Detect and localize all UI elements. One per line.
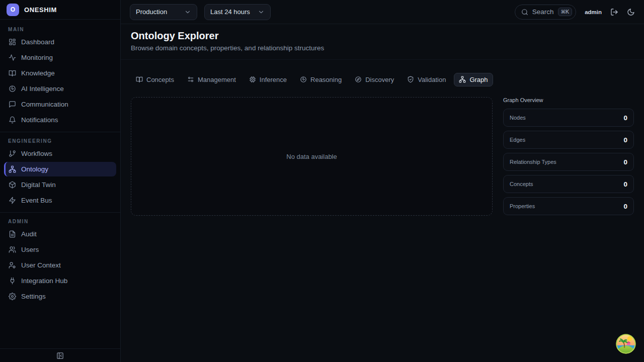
sidebar-item-monitoring[interactable]: Monitoring xyxy=(4,50,116,65)
stat-label: Nodes xyxy=(510,115,526,121)
sidebar-item-label: Notifications xyxy=(21,116,58,124)
tab-concepts[interactable]: Concepts xyxy=(131,73,179,86)
book-open-icon xyxy=(136,76,143,83)
stat-value: 0 xyxy=(623,180,627,188)
tab-graph[interactable]: Graph xyxy=(454,73,493,86)
sidebar-item-label: Knowledge xyxy=(21,69,55,77)
island-widget-button[interactable] xyxy=(615,333,636,354)
sidebar-item-event-bus[interactable]: Event Bus xyxy=(4,193,116,208)
sidebar-item-label: Digital Twin xyxy=(21,181,56,189)
tab-management[interactable]: Management xyxy=(182,73,241,86)
tab-label: Concepts xyxy=(146,76,174,83)
sidebar-item-label: Workflows xyxy=(21,150,52,157)
topbar: Production Last 24 hours Search ⌘K admin xyxy=(121,0,644,24)
sidebar-item-label: Integration Hub xyxy=(21,277,67,285)
page-title: Ontology Explorer xyxy=(131,30,634,42)
stat-value: 0 xyxy=(623,158,627,166)
sidebar-item-users[interactable]: Users xyxy=(4,242,116,257)
sidebar-item-label: Dashboard xyxy=(21,38,54,46)
stat-value: 0 xyxy=(623,203,627,210)
tab-validation[interactable]: Validation xyxy=(402,73,451,86)
bell-icon xyxy=(9,116,16,124)
network-icon xyxy=(459,76,466,83)
sidebar-item-ai-intelligence[interactable]: AI Intelligence xyxy=(4,81,116,96)
stat-label: Properties xyxy=(510,203,535,209)
message-icon xyxy=(9,101,16,108)
stat-card-nodes: Nodes 0 xyxy=(503,109,634,127)
brand-logo: O xyxy=(7,4,19,16)
app-root: O ONESHIM MAIN Dashboard Monitoring Know… xyxy=(0,0,644,362)
time-range-select-value: Last 24 hours xyxy=(210,8,250,16)
sidebar-item-label: AI Intelligence xyxy=(21,85,64,93)
main-area: Production Last 24 hours Search ⌘K admin xyxy=(121,0,644,362)
shield-check-icon xyxy=(407,76,414,83)
sidebar-item-workflows[interactable]: Workflows xyxy=(4,146,116,161)
tab-label: Discovery xyxy=(365,76,394,83)
sidebar-item-settings[interactable]: Settings xyxy=(4,289,116,304)
git-branch-icon xyxy=(9,150,16,157)
stat-card-relationship-types: Relationship Types 0 xyxy=(503,153,634,171)
sidebar-item-label: Monitoring xyxy=(21,54,53,61)
sidebar-item-label: Users xyxy=(21,246,39,253)
tab-label: Reasoning xyxy=(310,76,342,83)
tab-discovery[interactable]: Discovery xyxy=(350,73,399,86)
stat-value: 0 xyxy=(623,114,627,122)
theme-toggle-button[interactable] xyxy=(627,8,635,16)
tab-label: Management xyxy=(198,76,236,83)
sidebar: O ONESHIM MAIN Dashboard Monitoring Know… xyxy=(0,0,121,362)
sidebar-item-communication[interactable]: Communication xyxy=(4,97,116,112)
dashboard-icon xyxy=(9,38,16,46)
log-out-icon xyxy=(610,8,618,16)
sidebar-item-ontology[interactable]: Ontology xyxy=(4,162,116,176)
collapse-sidebar-button[interactable] xyxy=(0,348,120,362)
chevron-down-icon xyxy=(258,9,265,16)
graph-overview-title: Graph Overview xyxy=(503,97,634,103)
stat-label: Relationship Types xyxy=(510,159,556,165)
graph-canvas-panel: No data available xyxy=(131,97,493,216)
sidebar-item-user-context[interactable]: User Context xyxy=(4,258,116,273)
tab-inference[interactable]: Inference xyxy=(244,73,292,86)
sidebar-item-knowledge[interactable]: Knowledge xyxy=(4,66,116,80)
environment-select[interactable]: Production xyxy=(130,4,197,20)
plug-icon xyxy=(9,277,16,285)
stat-value: 0 xyxy=(623,136,627,144)
users-icon xyxy=(9,246,16,253)
moon-icon xyxy=(627,8,635,16)
graph-overview-panel: Graph Overview Nodes 0 Edges 0 Relations… xyxy=(503,97,634,219)
sidebar-item-label: User Context xyxy=(21,261,61,269)
time-range-select[interactable]: Last 24 hours xyxy=(204,4,271,20)
search-input[interactable]: Search ⌘K xyxy=(515,5,576,20)
sidebar-nav: MAIN Dashboard Monitoring Knowledge AI I… xyxy=(0,20,120,362)
stat-label: Edges xyxy=(510,137,525,143)
logout-button[interactable] xyxy=(610,8,618,16)
gear-icon xyxy=(9,293,16,300)
stat-label: Concepts xyxy=(510,181,533,187)
tab-bar: Concepts Management Inference Reasoning … xyxy=(131,73,634,86)
sidebar-item-digital-twin[interactable]: Digital Twin xyxy=(4,177,116,192)
search-icon xyxy=(521,9,528,16)
sliders-icon xyxy=(187,76,194,83)
search-shortcut-badge: ⌘K xyxy=(558,8,573,16)
sidebar-item-audit[interactable]: Audit xyxy=(4,227,116,241)
section-label-admin: ADMIN xyxy=(8,219,112,224)
panel-left-close-icon xyxy=(56,352,64,359)
network-icon xyxy=(9,165,16,173)
activity-icon xyxy=(9,54,16,61)
stat-card-properties: Properties 0 xyxy=(503,197,634,215)
stat-card-edges: Edges 0 xyxy=(503,131,634,149)
brain-icon xyxy=(300,76,307,83)
sidebar-item-label: Audit xyxy=(21,230,37,238)
sidebar-item-label: Event Bus xyxy=(21,197,52,204)
environment-select-value: Production xyxy=(136,8,167,16)
brain-icon xyxy=(9,85,16,93)
sidebar-item-dashboard[interactable]: Dashboard xyxy=(4,35,116,49)
topbar-right: Search ⌘K admin xyxy=(515,5,635,20)
zap-icon xyxy=(9,197,16,204)
sidebar-divider xyxy=(0,132,120,132)
sidebar-item-integration-hub[interactable]: Integration Hub xyxy=(4,274,116,288)
sidebar-item-notifications[interactable]: Notifications xyxy=(4,113,116,127)
brand-name: ONESHIM xyxy=(24,6,57,14)
tab-reasoning[interactable]: Reasoning xyxy=(295,73,347,86)
search-placeholder: Search xyxy=(532,8,554,16)
stat-card-concepts: Concepts 0 xyxy=(503,175,634,193)
